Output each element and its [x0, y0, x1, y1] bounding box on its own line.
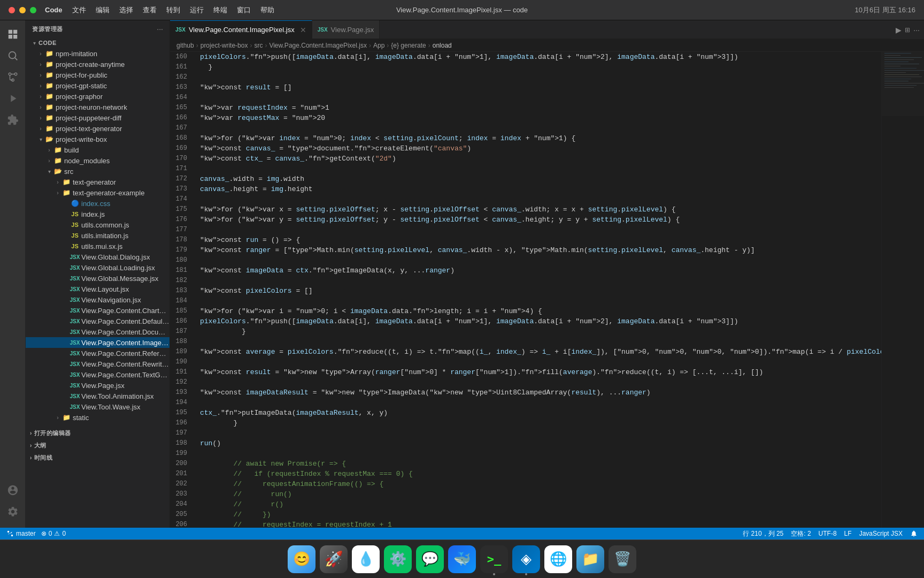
breadcrumb-generate[interactable]: {e} generate	[391, 42, 426, 49]
section-code[interactable]: ▾ CODE	[26, 37, 170, 48]
folder-project-graphor[interactable]: › 📁 project-graphor	[26, 91, 170, 102]
folder-label: project-puppeteer-diff	[56, 114, 121, 122]
file-view-tool-animation[interactable]: › JSX View.Tool.Animation.jsx	[26, 391, 170, 401]
activity-settings[interactable]	[3, 502, 22, 521]
file-view-page-jsx[interactable]: › JSX View.Page.jsx	[26, 380, 170, 391]
file-view-document-example[interactable]: › JSX View.Page.Content.DocumentExample.…	[26, 326, 170, 337]
file-view-global-dialog[interactable]: › JSX View.Global.Dialog.jsx	[26, 252, 170, 262]
line-number: 164	[170, 93, 191, 103]
menu-select[interactable]: 选择	[119, 5, 133, 15]
folder-project-write-box[interactable]: ▾ 📂 project-write-box	[26, 134, 170, 144]
activity-run[interactable]	[3, 89, 22, 108]
tab-close-icon[interactable]: ✕	[300, 26, 306, 34]
activity-account[interactable]	[3, 481, 22, 500]
file-view-global-message[interactable]: › JSX View.Global.Message.jsx	[26, 273, 170, 284]
activity-git[interactable]	[3, 67, 22, 87]
menu-file[interactable]: 文件	[72, 5, 86, 15]
svg-rect-23	[882, 52, 924, 116]
folder-project-for-public[interactable]: › 📁 project-for-public	[26, 70, 170, 80]
menu-terminal[interactable]: 终端	[213, 5, 227, 15]
cursor-position[interactable]: 行 210，列 25	[743, 529, 783, 538]
tab-view-page[interactable]: JSX View.Page.jsx	[312, 20, 380, 39]
section-outline[interactable]: › 大纲	[26, 439, 170, 452]
file-view-content-default[interactable]: › JSX View.Page.Content.Default.jsx	[26, 316, 170, 326]
tab-image-pixel[interactable]: JSX View.Page.Content.ImagePixel.jsx ✕	[170, 20, 312, 39]
file-view-rewrite[interactable]: › JSX View.Page.Content.RewriteGenerator…	[26, 359, 170, 369]
menu-window[interactable]: 窗口	[237, 5, 251, 15]
branch-indicator[interactable]: master	[6, 530, 36, 537]
file-utils-common-js[interactable]: › JS utils.common.js	[26, 219, 170, 230]
menu-run[interactable]: 运行	[190, 5, 204, 15]
folder-build[interactable]: › 📁 build	[26, 144, 170, 155]
sidebar-more-icon[interactable]: ···	[157, 25, 163, 33]
file-view-layout[interactable]: › JSX View.Layout.jsx	[26, 284, 170, 294]
activity-search[interactable]	[3, 46, 22, 65]
activity-explorer[interactable]	[3, 25, 22, 44]
activity-extensions[interactable]	[3, 110, 22, 130]
folder-node-modules[interactable]: › 📁 node_modules	[26, 155, 170, 166]
dock-raindrop[interactable]: 💧	[352, 545, 380, 573]
folder-project-text-generator[interactable]: › 📁 project-text-generator	[26, 123, 170, 134]
outline-label: 大纲	[34, 442, 47, 450]
folder-src[interactable]: ▾ 📂 src	[26, 166, 170, 177]
dock-wechat[interactable]: 💬	[416, 545, 444, 573]
notifications[interactable]	[910, 530, 918, 537]
dock-chrome[interactable]: 🌐	[544, 545, 572, 573]
folder-npm-imitation[interactable]: › 📁 npm-imitation	[26, 48, 170, 59]
folder-text-generator[interactable]: › 📁 text-generator	[26, 177, 170, 187]
dock-files[interactable]: 📁	[576, 545, 604, 573]
folder-project-create-anytime[interactable]: › 📁 project-create-anytime	[26, 59, 170, 70]
file-view-navigation[interactable]: › JSX View.Navigation.jsx	[26, 294, 170, 305]
breadcrumb-app[interactable]: App	[373, 42, 384, 49]
maximize-button[interactable]	[30, 7, 36, 13]
run-icon[interactable]: ▶	[896, 26, 902, 34]
breadcrumb-project[interactable]: project-write-box	[201, 42, 248, 49]
dock-finder[interactable]: 😊	[288, 545, 315, 573]
line-ending[interactable]: LF	[844, 530, 852, 537]
breadcrumb-src[interactable]: src	[254, 42, 263, 49]
error-indicator[interactable]: ⊗ 0 ⚠ 0	[41, 530, 66, 537]
file-utils-imitation-js[interactable]: › JS utils.imitation.js	[26, 230, 170, 241]
file-view-references[interactable]: › JSX View.Page.Content.ReferencesGenera…	[26, 348, 170, 359]
section-timeline[interactable]: › 时间线	[26, 452, 170, 464]
dock-trash[interactable]: 🗑️	[609, 545, 636, 573]
dock-terminal[interactable]: >_	[480, 545, 508, 573]
indentation[interactable]: 空格: 2	[791, 529, 811, 538]
section-open-editors[interactable]: › 打开的编辑器	[26, 427, 170, 439]
file-index-css[interactable]: › 🔵 index.css	[26, 198, 170, 209]
file-view-tool-wave[interactable]: › JSX View.Tool.Wave.jsx	[26, 401, 170, 412]
file-view-image-pixel[interactable]: › JSX View.Page.Content.ImagePixel.jsx	[26, 337, 170, 348]
folder-project-puppeteer-diff[interactable]: › 📁 project-puppeteer-diff	[26, 112, 170, 123]
language-mode[interactable]: JavaScript JSX	[859, 530, 903, 537]
file-view-global-loading[interactable]: › JSX View.Global.Loading.jsx	[26, 262, 170, 273]
encoding[interactable]: UTF-8	[819, 530, 837, 537]
breadcrumb-file[interactable]: View.Page.Content.ImagePixel.jsx	[269, 42, 367, 49]
menu-goto[interactable]: 转到	[166, 5, 180, 15]
finder-icon: 😊	[293, 551, 310, 567]
dock-launchpad[interactable]: 🚀	[320, 545, 348, 573]
folder-static[interactable]: › 📁 static	[26, 412, 170, 423]
menu-view[interactable]: 查看	[143, 5, 157, 15]
file-view-charts-generator[interactable]: › JSX View.Page.Content.ChartsGenerator.…	[26, 305, 170, 316]
line-number: 198	[170, 438, 191, 448]
folder-project-neuron-network[interactable]: › 📁 project-neuron-network	[26, 102, 170, 112]
file-utils-mui-sx-js[interactable]: › JS utils.mui.sx.js	[26, 241, 170, 252]
folder-project-gpt-static[interactable]: › 📁 project-gpt-static	[26, 80, 170, 91]
file-index-js[interactable]: › JS index.js	[26, 209, 170, 219]
split-editor-icon[interactable]: ⊞	[905, 26, 910, 34]
menu-help[interactable]: 帮助	[260, 5, 274, 15]
dock-vscode[interactable]: ◈	[512, 545, 540, 573]
folder-text-generator-example[interactable]: › 📁 text-generator-example	[26, 187, 170, 198]
minimize-button[interactable]	[19, 7, 26, 13]
dock-wechat-mini[interactable]: ⚙️	[384, 545, 412, 573]
line-number: 177	[170, 225, 191, 235]
close-button[interactable]	[9, 7, 15, 13]
code-editor[interactable]: 1601611621631641651661671681691701711721…	[170, 52, 924, 528]
code-content[interactable]: pixelColors."fn">push([imageData.data[i]…	[196, 52, 881, 528]
breadcrumb-github[interactable]: github	[176, 42, 194, 49]
menu-edit[interactable]: 编辑	[96, 5, 110, 15]
file-view-text-generator[interactable]: › JSX View.Page.Content.TextGenerator.js…	[26, 369, 170, 380]
dock-docker[interactable]: 🐳	[448, 545, 476, 573]
more-icon[interactable]: ···	[913, 26, 920, 34]
breadcrumb-onload[interactable]: onload	[433, 42, 452, 49]
